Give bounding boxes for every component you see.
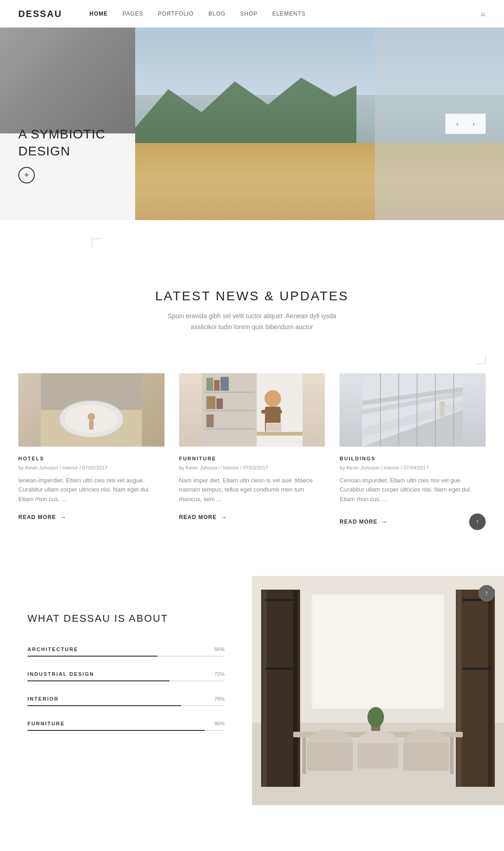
svg-rect-42 [262,591,267,787]
svg-point-19 [264,390,281,407]
news-section-header: LATEST NEWS & UPDATES Spoin eravida gibh… [18,289,486,333]
skill-industrial-bar-fill [27,680,170,681]
svg-rect-13 [206,378,213,391]
svg-rect-16 [206,396,215,409]
nav-shop[interactable]: SHOP [240,11,257,17]
svg-rect-14 [214,380,219,391]
svg-rect-17 [216,398,223,409]
about-left: WHAT DESSAU IS ABOUT ARCHITECTURE 66% IN… [0,576,252,805]
main-nav: HOME PAGES PORTFOLIO BLOG SHOP ELEMENTS [89,11,481,17]
skill-interior-percent: 78% [214,696,225,702]
svg-rect-18 [206,414,214,427]
nav-pages[interactable]: PAGES [122,11,143,17]
about-room-illustration [252,576,504,805]
nav-elements[interactable]: ELEMENTS [272,11,306,17]
news-card-hotels-category: HOTELS [18,456,164,461]
svg-rect-23 [257,432,302,436]
skill-architecture-name: ARCHITECTURE [27,647,78,652]
svg-rect-22 [273,410,282,414]
hero-nav-controls: ‹ › [445,114,486,134]
skill-interior: INTERIOR 78% [27,696,225,706]
hero-section: A SYMBIOTIC DESIGN + ‹ › [0,28,504,220]
buildings-read-more-arrow: → [381,518,388,525]
furniture-read-more-button[interactable]: Read More → [179,514,325,521]
svg-rect-11 [204,410,254,411]
svg-rect-57 [307,743,353,771]
svg-rect-52 [314,597,442,707]
hero-texture [0,28,135,133]
decorative-corner-tl [92,238,101,248]
scroll-top-button-2[interactable]: ↑ [478,585,495,602]
hero-left-panel [0,28,135,220]
news-section: LATEST NEWS & UPDATES Spoin eravida gibh… [0,261,504,567]
buildings-read-more-button[interactable]: Read More → [340,518,388,525]
skill-industrial-name: INDUSTRIAL DESIGN [27,671,94,677]
nav-portfolio[interactable]: PORTFOLIO [158,11,194,17]
svg-point-5 [88,413,95,420]
hero-text: A SYMBIOTIC DESIGN + [18,126,105,183]
svg-rect-15 [220,377,229,391]
svg-rect-61 [357,743,399,768]
news-card-furniture: FURNITURE by Kevin Johnson / Interior / … [179,373,325,530]
news-card-buildings-image [340,373,486,447]
skill-architecture-bar-bg [27,656,225,657]
skill-furniture: FURNITURE 90% [27,721,225,731]
logo[interactable]: DESSAU [18,9,62,19]
furniture-read-more-arrow: → [220,514,227,521]
nav-home[interactable]: HOME [89,11,108,17]
svg-rect-6 [89,420,93,430]
news-card-buildings-category: BUILDINGS [340,456,486,461]
skill-industrial-bar-bg [27,680,225,681]
news-card-hotels-image [18,373,164,447]
svg-rect-45 [266,668,293,670]
hero-prev-button[interactable]: ‹ [451,117,464,130]
svg-rect-55 [450,737,454,774]
skill-interior-bar-bg [27,705,225,706]
news-card-furniture-excerpt: Nam imper diet. Etiam ultri ciesn is vel… [179,476,325,504]
svg-rect-21 [261,410,270,414]
svg-rect-50 [463,668,490,670]
hero-plus-button[interactable]: + [18,167,35,183]
about-right: ↑ [252,576,504,805]
svg-rect-59 [403,743,449,771]
news-section-title: LATEST NEWS & UPDATES [18,289,486,304]
skill-furniture-bar-fill [27,730,205,731]
news-card-hotels: HOTELS by Kevin Johnson / Interior / 07/… [18,373,164,530]
skill-industrial-percent: 72% [214,671,225,677]
news-card-furniture-category: FURNITURE [179,456,325,461]
svg-rect-54 [302,737,306,774]
news-card-hotels-excerpt: Ienean imperdiet. Etiam ultri cies nisi … [18,476,164,504]
news-section-subtitle: Spoin eravida gibh sel velit tuctor aliq… [18,311,486,333]
decorative-corner-br [477,355,486,364]
skill-architecture: ARCHITECTURE 66% [27,647,225,657]
scroll-top-button-1[interactable]: ↑ [469,514,486,530]
svg-rect-12 [204,428,254,430]
news-card-furniture-image [179,373,325,447]
hotels-read-more-button[interactable]: Read More → [18,514,164,521]
hero-title: A SYMBIOTIC DESIGN [18,126,105,160]
skill-furniture-name: FURNITURE [27,721,65,726]
about-section: WHAT DESSAU IS ABOUT ARCHITECTURE 66% IN… [0,576,504,805]
svg-rect-10 [204,392,254,393]
news-grid: HOTELS by Kevin Johnson / Interior / 07/… [18,373,486,530]
skill-architecture-percent: 66% [214,647,225,652]
news-card-buildings: BUILDINGS by Kevin Johnson / Interior / … [340,373,486,530]
about-title: WHAT DESSAU IS ABOUT [27,613,225,624]
svg-rect-25 [267,424,281,431]
svg-rect-44 [266,599,293,601]
hero-next-button[interactable]: › [467,117,480,130]
svg-point-37 [439,401,446,408]
skill-interior-name: INTERIOR [27,696,59,702]
svg-rect-43 [293,591,298,787]
news-card-hotels-meta: by Kevin Johnson / Interior / 07/02/2017 [18,465,164,470]
news-card-buildings-excerpt: Cenoan impurdiet. Etiam ultri cies nisi … [340,476,486,504]
skill-interior-bar-fill [27,705,181,706]
svg-point-63 [367,707,384,727]
svg-rect-47 [457,591,461,787]
header: DESSAU HOME PAGES PORTFOLIO BLOG SHOP EL… [0,0,504,28]
skill-furniture-percent: 90% [214,721,225,726]
nav-blog[interactable]: BLOG [208,11,225,17]
skill-industrial-design: INDUSTRIAL DESIGN 72% [27,671,225,681]
svg-rect-48 [488,591,493,787]
search-icon[interactable]: ⌕ [481,10,486,18]
